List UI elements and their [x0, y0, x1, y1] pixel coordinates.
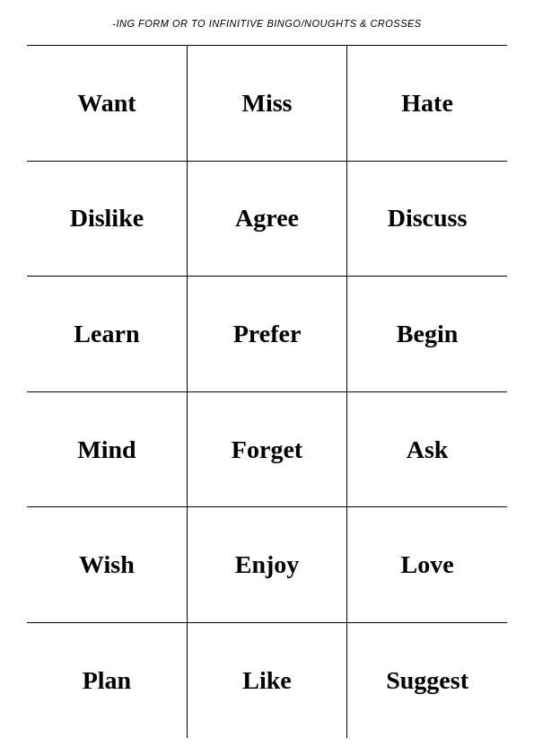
grid-cell-5-0: Plan — [27, 622, 187, 738]
grid-cell-0-0: Want — [27, 46, 187, 162]
grid-cell-2-2: Begin — [347, 277, 507, 392]
grid-cell-3-1: Forget — [187, 391, 346, 507]
grid-cell-5-2: Suggest — [347, 622, 507, 738]
grid-cell-4-2: Love — [347, 507, 507, 623]
grid-cell-3-0: Mind — [27, 391, 187, 507]
grid-cell-0-2: Hate — [347, 46, 507, 162]
bingo-grid: WantMissHateDislikeAgreeDiscussLearnPref… — [27, 45, 507, 738]
grid-cell-1-2: Discuss — [347, 161, 507, 277]
grid-cell-1-1: Agree — [187, 161, 346, 277]
grid-cell-2-0: Learn — [27, 277, 187, 392]
grid-cell-0-1: Miss — [187, 46, 346, 162]
grid-cell-5-1: Like — [187, 622, 346, 738]
grid-cell-4-1: Enjoy — [187, 507, 346, 623]
grid-cell-3-2: Ask — [347, 391, 507, 507]
grid-cell-2-1: Prefer — [187, 277, 346, 392]
page-title: -ING FORM OR TO INFINITIVE BINGO/NOUGHTS… — [112, 18, 421, 29]
grid-cell-1-0: Dislike — [27, 161, 187, 277]
grid-cell-4-0: Wish — [27, 507, 187, 623]
